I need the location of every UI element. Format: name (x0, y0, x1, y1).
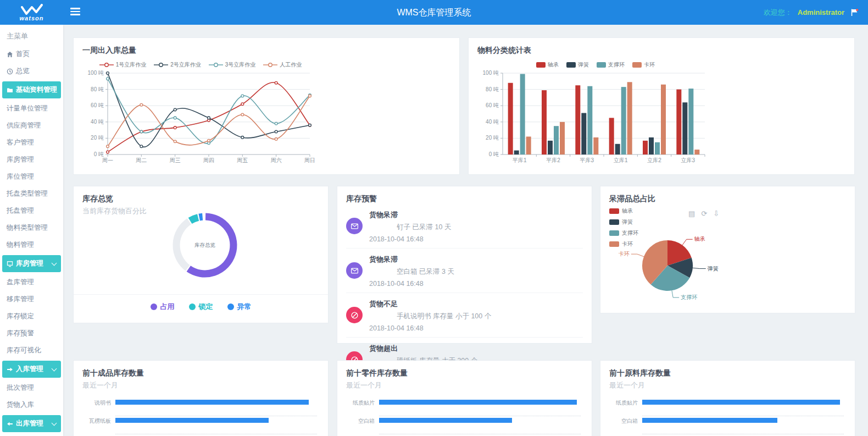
envelope-icon (346, 218, 363, 234)
sidebar-item-2[interactable]: 基础资料管理 (2, 81, 61, 98)
inbound-arrow-icon (7, 366, 13, 373)
legend-item[interactable]: 3号立库作业 (209, 61, 256, 69)
stagnant-share-card: 呆滞品总占比 轴承弹簧支撑环卡环 ▤⟳⇩ 轴承弹簧支撑环卡环 (600, 186, 855, 313)
sidebar-item-6[interactable]: 库房管理 (0, 151, 63, 168)
hbar-value-bar[interactable] (642, 418, 777, 423)
inventory-overview-title: 库存总览 (82, 194, 319, 204)
sidebar-item-label: 基础资料管理 (16, 85, 57, 95)
hbar-category-label: 纸质贴片 (609, 399, 642, 407)
legend-label: 1号立库作业 (116, 61, 147, 69)
chevron-down-icon (52, 420, 57, 426)
sidebar-item-label: 首页 (16, 49, 30, 59)
donut-legend-item[interactable]: 锁定 (189, 302, 213, 312)
hbar-value-bar[interactable] (379, 400, 577, 405)
sidebar-item-5[interactable]: 客户管理 (0, 134, 63, 151)
hbar-value-bar[interactable] (115, 400, 309, 405)
sidebar-item-label: 库存锁定 (7, 312, 34, 321)
alert-type: 货物呆滞 (369, 255, 583, 264)
outbound-arrow-icon (7, 421, 13, 427)
inventory-overview-card: 库存总览 当前库存货物百分比 库存总览 占用锁定异常 (73, 186, 329, 323)
svg-text:平库2: 平库2 (546, 157, 560, 163)
donut-legend-item[interactable]: 占用 (151, 302, 175, 312)
legend-label: 弹簧 (578, 61, 589, 69)
sidebar-item-14[interactable]: 移库管理 (0, 291, 63, 308)
sidebar-item-label: 批次管理 (7, 383, 34, 393)
alert-list: 货物呆滞钉子 已呆滞 10 天2018-10-04 16:48货物呆滞空白箱 已… (346, 204, 583, 382)
legend-item[interactable]: 1号立库作业 (99, 61, 147, 69)
sidebar-item-label: 库房管理 (16, 259, 43, 268)
hbar-row: 空白箱 (609, 416, 846, 434)
sidebar-item-9[interactable]: 托盘管理 (0, 202, 63, 219)
sidebar-item-11[interactable]: 物料管理 (0, 236, 63, 253)
legend-label: 支撑环 (608, 61, 625, 69)
flag-notification-icon[interactable] (850, 8, 859, 17)
current-username[interactable]: Administrator (798, 8, 844, 16)
sidebar-item-22[interactable]: 货物出库 (0, 434, 63, 436)
alert-row: 货物呆滞空白箱 已呆滞 3 天2018-10-04 16:48 (346, 249, 583, 293)
svg-text:立库3: 立库3 (681, 157, 695, 163)
svg-text:0 吨: 0 吨 (489, 151, 499, 157)
line-chart-canvas: 0 吨20 吨40 吨60 吨80 吨100 吨周一周二周三周四周五周六周日 (82, 69, 319, 167)
legend-item[interactable]: 支撑环 (597, 61, 625, 69)
material-category-legend: 轴承弹簧支撑环卡环 (477, 61, 714, 69)
line-legend-marker-icon (209, 62, 223, 68)
hbar-category-label: 空白箱 (609, 417, 642, 425)
top10-finished-subtitle: 最近一个月 (82, 380, 319, 390)
sidebar-item-18[interactable]: 入库管理 (2, 361, 61, 378)
chevron-down-icon (52, 366, 57, 371)
folder-icon (7, 87, 13, 93)
sidebar-item-21[interactable]: 出库管理 (2, 415, 61, 432)
sidebar-item-15[interactable]: 库存锁定 (0, 308, 63, 325)
hbar-track (642, 398, 844, 416)
sidebar-item-4[interactable]: 供应商管理 (0, 117, 63, 134)
sidebar-item-19[interactable]: 批次管理 (0, 379, 63, 396)
svg-text:20 吨: 20 吨 (91, 135, 104, 141)
alert-type: 货物不足 (369, 299, 583, 309)
sidebar-item-10[interactable]: 物料类型管理 (0, 219, 63, 236)
top10-finished-title: 前十成品库存数量 (82, 368, 319, 378)
legend-item[interactable]: 轴承 (536, 61, 559, 69)
sidebar-item-label: 入库管理 (16, 365, 43, 374)
donut-chart-canvas: 库存总览 (164, 204, 246, 286)
legend-item[interactable]: 2号立库作业 (154, 61, 201, 69)
legend-label: 占用 (160, 302, 175, 312)
sidebar-item-12[interactable]: 库房管理 (2, 255, 61, 272)
material-category-bar-chart: 0 吨20 吨40 吨60 吨80 吨100 吨平库1平库2平库3立库1立库2立… (477, 69, 845, 169)
sidebar-item-3[interactable]: 计量单位管理 (0, 100, 63, 117)
top10-parts-bars: 纸质贴片空白箱彩卡说明书 (346, 398, 583, 436)
pie-legend-item[interactable]: 轴承 (609, 207, 638, 215)
legend-label: 轴承 (622, 207, 633, 215)
sidebar-item-1[interactable]: 总览 (0, 63, 63, 80)
sidebar-item-label: 客户管理 (7, 138, 34, 147)
alert-body: 货物呆滞钉子 已呆滞 10 天2018-10-04 16:48 (369, 210, 583, 243)
alert-type: 货物超出 (369, 344, 583, 354)
hbar-category-label: 瓦楞纸板 (82, 417, 115, 425)
svg-text:20 吨: 20 吨 (486, 135, 499, 141)
inventory-donut-legend: 占用锁定异常 (74, 294, 328, 312)
hbar-value-bar[interactable] (115, 418, 269, 423)
legend-item[interactable]: 人工作业 (263, 61, 302, 69)
header-user-area: 欢迎您： Administrator (764, 0, 859, 25)
sidebar-item-13[interactable]: 盘库管理 (0, 274, 63, 291)
legend-item[interactable]: 卡环 (632, 61, 655, 69)
alert-row: 货物呆滞钉子 已呆滞 10 天2018-10-04 16:48 (346, 204, 583, 249)
legend-label: 锁定 (199, 302, 213, 312)
sidebar-item-7[interactable]: 库位管理 (0, 168, 63, 185)
hbar-track (379, 398, 581, 416)
home-icon (7, 51, 13, 58)
sidebar-item-label: 计量单位管理 (7, 104, 48, 113)
top-header-bar: watson WMS仓库管理系统 欢迎您： Administrator (0, 0, 868, 25)
page-title: WMS仓库管理系统 (0, 0, 868, 25)
donut-legend-item[interactable]: 异常 (227, 302, 252, 312)
legend-item[interactable]: 弹簧 (566, 61, 589, 69)
hbar-value-bar[interactable] (379, 418, 512, 423)
sidebar-item-16[interactable]: 库存预警 (0, 325, 63, 342)
svg-text:弹簧: 弹簧 (708, 266, 719, 272)
hbar-value-bar[interactable] (642, 400, 840, 405)
sidebar-item-20[interactable]: 货物入库 (0, 396, 63, 413)
sidebar-item-8[interactable]: 托盘类型管理 (0, 185, 63, 202)
sidebar-item-label: 物料类型管理 (7, 223, 48, 233)
sidebar-item-17[interactable]: 库存可视化 (0, 342, 63, 359)
wms-dashboard: { "header": { "logo_text": "watson", "ti… (0, 0, 868, 436)
sidebar-item-0[interactable]: 首页 (0, 46, 63, 63)
